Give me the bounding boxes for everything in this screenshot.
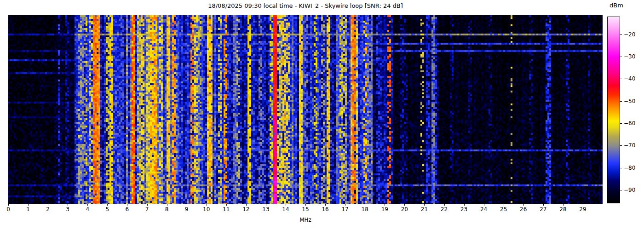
x-tick-mark — [365, 204, 365, 206]
x-tick-label: 25 — [500, 206, 507, 213]
colorbar-unit-label: dBm — [602, 2, 631, 9]
x-tick-mark — [424, 204, 425, 206]
colorbar-tick-mark — [620, 101, 622, 102]
spectrogram-canvas — [8, 15, 603, 204]
x-tick-label: 20 — [401, 206, 408, 213]
x-tick-mark — [345, 204, 345, 206]
colorbar-tick-mark — [620, 57, 622, 57]
x-tick-mark — [325, 204, 326, 206]
x-tick-mark — [127, 204, 127, 206]
x-tick-mark — [187, 204, 187, 206]
x-tick-label: 3 — [66, 206, 69, 213]
x-tick-mark — [305, 204, 306, 206]
colorbar-tick-mark — [620, 79, 622, 79]
x-tick-label: 13 — [262, 206, 269, 213]
x-tick-mark — [563, 204, 564, 206]
x-tick-mark — [583, 204, 583, 206]
x-tick-mark — [286, 204, 286, 206]
x-tick-label: 9 — [185, 206, 189, 213]
x-tick-label: 4 — [86, 206, 89, 213]
x-tick-mark — [8, 204, 9, 206]
colorbar-tick-label: −20 — [624, 31, 635, 38]
x-tick-label: 5 — [105, 206, 109, 213]
x-tick-label: 16 — [322, 206, 328, 213]
x-tick-mark — [464, 204, 465, 206]
x-tick-mark — [504, 204, 504, 206]
x-tick-label: 0 — [6, 206, 10, 213]
colorbar-tick-label: −40 — [624, 75, 635, 82]
x-tick-mark — [107, 204, 108, 206]
x-axis-label: MHz — [8, 217, 603, 223]
x-tick-label: 26 — [520, 206, 527, 213]
colorbar-tick-mark — [620, 145, 622, 146]
x-tick-mark — [167, 204, 167, 206]
x-tick-label: 28 — [559, 206, 566, 213]
x-tick-label: 1 — [26, 206, 30, 213]
x-tick-label: 14 — [282, 206, 289, 213]
colorbar-tick-mark — [620, 123, 622, 124]
x-tick-label: 8 — [165, 206, 169, 213]
x-tick-label: 27 — [540, 206, 546, 213]
x-tick-mark — [523, 204, 524, 206]
chart-title: 18/08/2025 09:30 local time - KIWI_2 - S… — [8, 2, 603, 9]
x-tick-mark — [68, 204, 68, 206]
x-tick-label: 15 — [302, 206, 309, 213]
x-tick-label: 12 — [242, 206, 249, 213]
x-tick-label: 24 — [480, 206, 487, 213]
x-tick-mark — [404, 204, 405, 206]
x-tick-label: 6 — [126, 206, 129, 213]
x-tick-label: 11 — [223, 206, 230, 213]
x-tick-mark — [266, 204, 266, 206]
x-tick-mark — [543, 204, 544, 206]
x-tick-mark — [444, 204, 445, 206]
colorbar-tick-label: −80 — [624, 165, 635, 171]
colorbar-tick-label: −50 — [624, 98, 635, 104]
x-tick-mark — [207, 204, 207, 206]
colorbar-tick-mark — [620, 34, 622, 35]
x-tick-label: 23 — [460, 206, 467, 213]
x-tick-label: 7 — [145, 206, 149, 213]
x-tick-label: 19 — [381, 206, 388, 213]
x-tick-mark — [48, 204, 48, 206]
x-tick-mark — [246, 204, 247, 206]
colorbar-gradient — [607, 17, 620, 203]
x-tick-label: 22 — [441, 206, 448, 213]
x-tick-label: 17 — [341, 206, 348, 213]
x-tick-mark — [226, 204, 227, 206]
x-tick-mark — [385, 204, 385, 206]
colorbar-tick-mark — [620, 168, 622, 168]
x-tick-label: 21 — [421, 206, 428, 213]
colorbar-tick-label: −90 — [624, 187, 635, 193]
waterfall-figure: 18/08/2025 09:30 local time - KIWI_2 - S… — [0, 0, 644, 230]
x-tick-label: 29 — [579, 206, 586, 213]
x-tick-label: 10 — [203, 206, 210, 213]
x-tick-mark — [28, 204, 29, 206]
colorbar-tick-label: −30 — [624, 53, 635, 60]
colorbar-tick-label: −60 — [624, 120, 635, 126]
x-tick-label: 2 — [46, 206, 50, 213]
colorbar-tick-mark — [620, 190, 622, 190]
x-tick-label: 18 — [362, 206, 368, 213]
x-tick-mark — [147, 204, 148, 206]
x-tick-mark — [87, 204, 88, 206]
x-tick-mark — [484, 204, 484, 206]
colorbar-tick-label: −70 — [624, 142, 635, 149]
